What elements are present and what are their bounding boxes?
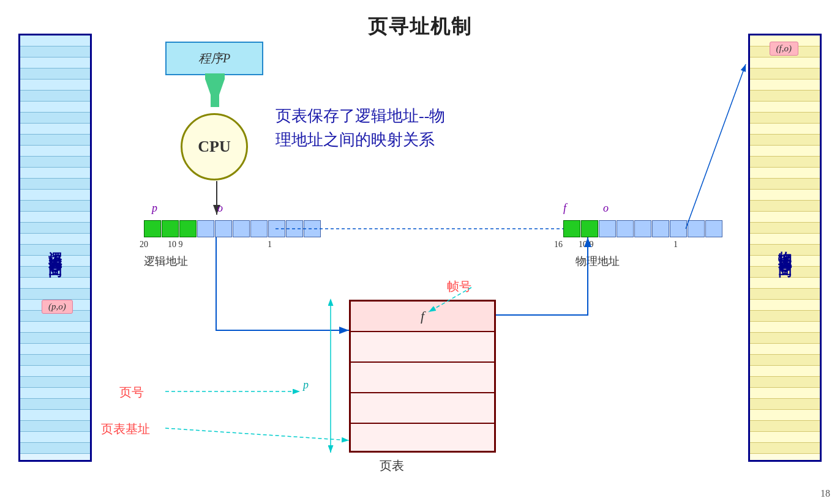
program-box: 程序P [165,42,263,75]
page-table-row-5 [351,424,494,454]
page-table-row-2 [351,332,494,363]
page-table: f [349,300,496,453]
right-memory-column [748,34,822,462]
yehao-label: 页号 [119,384,144,401]
physical-addr-bar [563,220,723,237]
f-label-above: f [563,202,566,215]
frameno-label: 帧号 [447,278,471,295]
num-16: 16 [554,240,563,250]
page-title: 页寻址机制 [0,13,840,40]
page-table-row-3 [351,363,494,393]
cpu-down-arrow [211,181,223,221]
num-1-left: 1 [268,240,272,250]
physical-address-label: 物理地址 [576,254,620,269]
page-table-label: 页表 [380,458,404,474]
page-table-row-4 [351,393,494,424]
svg-line-11 [165,428,349,440]
fo-label: (f,o) [770,42,798,56]
left-memory-column [18,34,92,462]
page-container: 页寻址机制 逻辑内存空间 (p,o) 物理内存空间 (f,o) 程序P CPU [0,0,840,504]
num-1-right: 1 [673,240,678,250]
logical-address-label: 逻辑地址 [144,254,188,269]
desc-text: 页表保存了逻辑地址--物 理地址之间的映射关系 [276,104,445,152]
p-label-above: p [152,202,157,215]
cpu-circle: CPU [181,113,248,180]
num-10-left: 10 9 [168,240,183,250]
program-to-cpu-arrow [205,73,225,113]
pagebase-label: 页表基址 [101,421,150,437]
num-10-right: 10 9 [579,240,594,250]
page-table-row-f: f [351,302,494,332]
o-label-above-left: o [217,202,223,215]
svg-line-9 [686,64,746,229]
svg-text:p: p [302,379,309,391]
po-label: (p,o) [42,300,73,314]
page-number: 18 [820,488,830,499]
logical-addr-bar [144,220,321,237]
o-label-above-right: o [603,202,609,215]
num-20: 20 [140,240,148,250]
